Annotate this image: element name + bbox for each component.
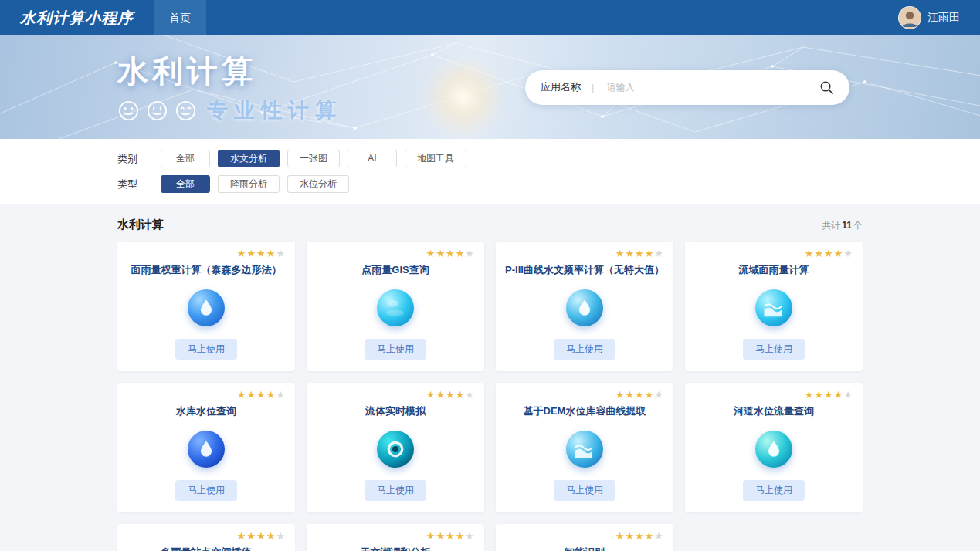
globe-sphere-icon — [377, 289, 414, 326]
app-card[interactable]: ★★★★★ 点雨量GIS查询 马上使用 — [307, 242, 484, 371]
app-icon-wrap — [188, 418, 225, 480]
app-card[interactable]: ★★★★★ 河道水位流量查询 马上使用 — [685, 383, 863, 512]
star-icon: ★ — [266, 248, 276, 259]
filter-row: 类型全部降雨分析水位分析 — [117, 175, 863, 193]
star-icon: ★ — [654, 248, 664, 259]
hero-banner: 水利计算 专业性计算 应用名称 | — [0, 35, 980, 139]
smiley-icons — [117, 100, 197, 122]
star-icon: ★ — [824, 248, 834, 259]
filter-option[interactable]: 水文分析 — [218, 150, 280, 167]
star-icon: ★ — [465, 248, 475, 259]
hero-subtitle: 专业性计算 — [207, 96, 342, 124]
app-card[interactable]: ★★★★★ 流域面雨量计算 马上使用 — [685, 242, 863, 371]
app-card-title: 流体实时模拟 — [365, 404, 426, 418]
star-icon: ★ — [805, 389, 815, 401]
app-icon-wrap — [755, 277, 792, 339]
rating-stars: ★★★★★ — [237, 390, 286, 400]
user-avatar-icon[interactable] — [898, 6, 921, 29]
app-logo[interactable]: 水利计算小程序 — [0, 0, 154, 35]
main-content: 水利计算 共计11个 ★★★★★ 面雨量权重计算（泰森多边形法） 马上使用 ★★… — [0, 204, 980, 551]
filter-option[interactable]: 全部 — [161, 175, 210, 193]
use-now-button[interactable]: 马上使用 — [554, 480, 615, 501]
app-card-title: 水库水位查询 — [176, 404, 236, 418]
rating-stars: ★★★★★ — [805, 390, 853, 400]
star-icon: ★ — [635, 530, 645, 542]
star-icon: ★ — [256, 248, 266, 259]
app-card[interactable]: ★★★★★ 水库水位查询 马上使用 — [117, 383, 295, 512]
rating-stars: ★★★★★ — [615, 248, 664, 259]
star-icon: ★ — [635, 389, 645, 401]
app-card[interactable]: ★★★★★ 多雨量站点空间插值 马上使用 — [117, 524, 295, 551]
app-icon-wrap — [377, 418, 414, 480]
hero-text-block: 水利计算 专业性计算 — [117, 50, 342, 124]
app-card[interactable]: ★★★★★ 面雨量权重计算（泰森多边形法） 马上使用 — [117, 242, 295, 371]
app-card[interactable]: ★★★★★ 基于DEM水位库容曲线提取 马上使用 — [496, 383, 673, 512]
star-icon: ★ — [615, 389, 626, 401]
user-name: 江雨田 — [927, 11, 960, 25]
star-icon: ★ — [465, 389, 475, 401]
nav-tab-home[interactable]: 首页 — [154, 0, 206, 35]
total-suffix: 个 — [853, 220, 863, 231]
water-drop-icon — [188, 431, 225, 468]
user-menu[interactable]: 江雨田 — [898, 0, 980, 35]
app-card[interactable]: ★★★★★ 智能识别 马上使用 — [496, 524, 673, 551]
app-card[interactable]: ★★★★★ 天文潮调和分析 马上使用 — [307, 524, 484, 551]
use-now-button[interactable]: 马上使用 — [743, 339, 805, 360]
use-now-button[interactable]: 马上使用 — [554, 339, 615, 360]
search-category-label[interactable]: 应用名称 — [541, 80, 581, 94]
use-now-button[interactable]: 马上使用 — [365, 480, 426, 501]
app-card[interactable]: ★★★★★ P-III曲线水文频率计算（无特大值） 马上使用 — [496, 242, 673, 371]
use-now-button[interactable]: 马上使用 — [743, 480, 805, 501]
star-icon: ★ — [266, 530, 276, 542]
smiley-icon — [175, 100, 197, 122]
water-drop-wave-icon — [566, 289, 603, 326]
star-icon: ★ — [436, 389, 446, 401]
star-icon: ★ — [436, 530, 446, 542]
app-icon-wrap — [377, 277, 414, 339]
star-icon: ★ — [446, 248, 456, 259]
star-icon: ★ — [237, 530, 247, 542]
fluid-ring-icon — [377, 431, 414, 468]
wave-sphere-icon — [755, 289, 792, 326]
filter-option[interactable]: AI — [348, 150, 397, 167]
star-icon: ★ — [256, 530, 266, 542]
star-icon: ★ — [456, 530, 466, 542]
use-now-button[interactable]: 马上使用 — [175, 480, 237, 501]
app-card-title: 河道水位流量查询 — [734, 404, 814, 418]
filter-option[interactable]: 水位分析 — [287, 175, 349, 193]
app-icon-wrap — [566, 277, 603, 339]
star-icon: ★ — [426, 389, 436, 401]
star-icon: ★ — [446, 389, 456, 401]
total-count: 共计11个 — [822, 219, 863, 232]
search-input[interactable] — [605, 81, 812, 93]
search-divider: | — [592, 82, 594, 93]
star-icon: ★ — [834, 248, 844, 259]
star-icon: ★ — [843, 248, 853, 259]
app-card-title: 面雨量权重计算（泰森多边形法） — [131, 263, 282, 277]
rating-stars: ★★★★★ — [237, 248, 286, 259]
star-icon: ★ — [654, 389, 664, 401]
star-icon: ★ — [456, 389, 466, 401]
filter-option[interactable]: 一张图 — [287, 150, 340, 167]
filter-option[interactable]: 全部 — [161, 150, 210, 167]
rating-stars: ★★★★★ — [615, 531, 664, 541]
search-icon[interactable] — [819, 80, 834, 95]
app-card-title: 天文潮调和分析 — [361, 546, 431, 551]
star-icon: ★ — [843, 389, 853, 401]
star-icon: ★ — [645, 389, 655, 401]
rating-stars: ★★★★★ — [615, 390, 664, 400]
use-now-button[interactable]: 马上使用 — [175, 339, 237, 360]
filter-option[interactable]: 降雨分析 — [218, 175, 280, 193]
star-icon: ★ — [645, 530, 655, 542]
app-card[interactable]: ★★★★★ 流体实时模拟 马上使用 — [307, 383, 484, 512]
cards-grid: ★★★★★ 面雨量权重计算（泰森多边形法） 马上使用 ★★★★★ 点雨量GIS查… — [117, 242, 863, 551]
filter-group-label: 类型 — [117, 177, 161, 191]
star-icon: ★ — [266, 389, 276, 401]
rating-stars: ★★★★★ — [426, 248, 475, 259]
star-icon: ★ — [645, 248, 655, 259]
use-now-button[interactable]: 马上使用 — [365, 339, 426, 360]
star-icon: ★ — [246, 248, 256, 259]
filter-option[interactable]: 地图工具 — [405, 150, 466, 167]
star-icon: ★ — [446, 530, 456, 542]
star-icon: ★ — [625, 389, 635, 401]
